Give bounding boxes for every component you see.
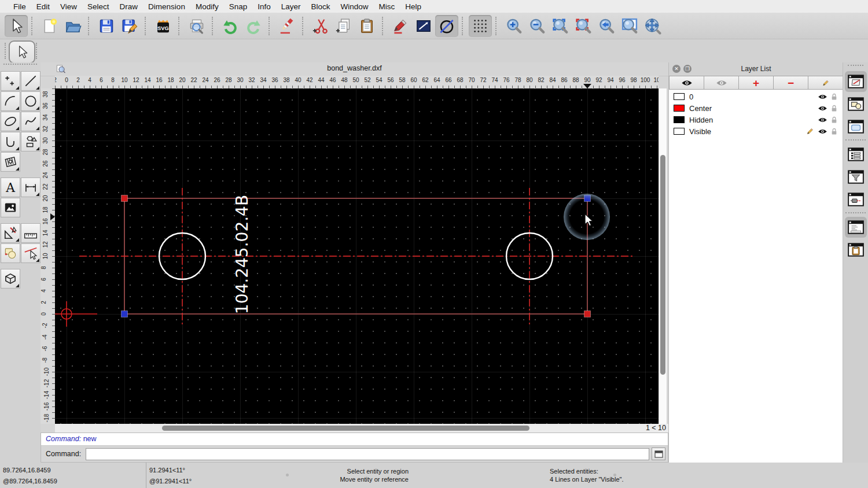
tool-ellipse-button[interactable] — [1, 112, 20, 131]
tool-spline-button[interactable] — [21, 112, 41, 131]
line-attributes-button[interactable] — [412, 15, 435, 37]
command-input[interactable] — [86, 448, 649, 460]
show-all-eye-button[interactable] — [669, 76, 704, 90]
horizontal-scrollbar-thumb[interactable] — [162, 426, 529, 431]
delete-button[interactable] — [275, 15, 299, 37]
open-file-button[interactable] — [61, 15, 84, 37]
selection-handle[interactable] — [122, 311, 128, 317]
pen-attributes-button[interactable] — [389, 15, 412, 37]
tool-cube-button[interactable] — [1, 269, 20, 289]
zoom-window-button[interactable] — [618, 15, 641, 37]
cut-button[interactable] — [309, 15, 332, 37]
dock-block-list-button[interactable] — [845, 94, 867, 114]
tool-order-button[interactable] — [1, 243, 20, 263]
menu-layer[interactable]: Layer — [276, 2, 306, 11]
layer-visibility-eye-icon[interactable] — [818, 105, 827, 112]
toolbar-drag-handle[interactable] — [5, 43, 7, 59]
zoom-previous-button[interactable] — [595, 15, 618, 37]
tool-hatch-button[interactable] — [1, 152, 20, 172]
layer-row-visible[interactable]: Visible — [669, 125, 843, 137]
menu-help[interactable]: Help — [400, 2, 426, 11]
h-ruler-label: 54 — [376, 77, 382, 83]
copy-button[interactable] — [332, 15, 355, 37]
layer-lock-icon[interactable] — [831, 105, 837, 112]
layer-row-hidden[interactable]: Hidden — [669, 114, 843, 125]
dock-command-line-button[interactable] — [845, 217, 867, 238]
undo-button[interactable] — [219, 15, 242, 37]
add-layer-button[interactable]: + — [739, 76, 774, 90]
horizontal-scrollbar[interactable] — [55, 424, 639, 432]
tool-select-entity-button[interactable] — [21, 243, 41, 263]
dock-entity-list-button[interactable] — [845, 144, 867, 165]
tool-line-button[interactable] — [21, 71, 41, 91]
remove-layer-button[interactable]: − — [774, 76, 808, 90]
vertical-scrollbar[interactable] — [659, 88, 667, 424]
select-arrow-button[interactable] — [5, 15, 28, 37]
vertical-scrollbar-thumb[interactable] — [660, 155, 665, 375]
dock-selection-filter-button[interactable] — [845, 167, 867, 187]
menu-view[interactable]: View — [55, 2, 82, 11]
redo-button[interactable] — [242, 15, 265, 37]
menu-edit[interactable]: Edit — [31, 2, 55, 11]
drawing-canvas[interactable]: 104.245.02.4B — [55, 88, 659, 424]
tool-image-button[interactable] — [1, 198, 20, 217]
menu-dimension[interactable]: Dimension — [143, 2, 190, 11]
selection-handle[interactable] — [584, 311, 591, 317]
edit-layer-button[interactable] — [808, 76, 843, 90]
zoom-in-button[interactable] — [502, 15, 525, 37]
zoom-out-button[interactable] — [525, 15, 549, 37]
tool-dimension-button[interactable] — [21, 178, 41, 197]
pen-palette-icon — [847, 192, 865, 207]
grid-toggle-button[interactable] — [469, 15, 492, 37]
dock-clipboard-dock-button[interactable] — [845, 239, 867, 260]
tool-polyline-button[interactable] — [1, 132, 20, 151]
layer-visibility-eye-icon[interactable] — [818, 128, 827, 135]
tool-arc-button[interactable] — [1, 91, 20, 111]
select-tool-button[interactable] — [9, 40, 35, 64]
toolbar-drag-handle[interactable] — [36, 43, 38, 59]
save-as-button[interactable] — [118, 15, 141, 37]
print-preview-button[interactable] — [185, 15, 208, 37]
dock-drag-handle[interactable] — [848, 65, 863, 69]
dock-library-browser-button[interactable] — [845, 116, 867, 137]
menu-file[interactable]: File — [8, 2, 31, 11]
layer-lock-icon[interactable] — [831, 128, 837, 135]
h-ruler-label: 48 — [341, 77, 347, 83]
command-options-button[interactable] — [652, 448, 665, 460]
menu-draw[interactable]: Draw — [115, 2, 144, 11]
menu-misc[interactable]: Misc — [374, 2, 400, 11]
selection-handle[interactable] — [122, 195, 128, 202]
layer-lock-icon[interactable] — [831, 116, 837, 124]
layer-visibility-eye-icon[interactable] — [818, 117, 827, 123]
layer-visibility-eye-icon[interactable] — [818, 94, 827, 100]
menu-snap[interactable]: Snap — [224, 2, 253, 11]
tool-circle-button[interactable] — [21, 91, 41, 111]
tool-points-button[interactable] — [1, 71, 20, 91]
menu-info[interactable]: Info — [252, 2, 276, 11]
zoom-select-button[interactable] — [572, 15, 595, 37]
layer-row-center[interactable]: Center — [669, 102, 843, 114]
new-file-button[interactable] — [38, 15, 61, 37]
menu-modify[interactable]: Modify — [190, 2, 224, 11]
zoom-auto-button[interactable] — [549, 15, 572, 37]
layer-lock-icon[interactable] — [831, 93, 837, 101]
hide-all-eye-button[interactable] — [704, 76, 739, 90]
menu-window[interactable]: Window — [336, 2, 374, 11]
dock-layer-list-button[interactable] — [845, 71, 867, 92]
save-button[interactable] — [95, 15, 118, 37]
svg-export-button[interactable]: SVG — [152, 15, 175, 37]
layer-row-0[interactable]: 0 — [669, 91, 843, 102]
part-number-label[interactable]: 104.245.02.4B — [233, 195, 252, 314]
tool-modify-button[interactable] — [1, 223, 20, 243]
palette-drag-handle[interactable] — [3, 64, 37, 69]
circle-attributes-button[interactable] — [435, 15, 458, 37]
zoom-pan-button[interactable] — [641, 15, 664, 37]
zoom-auto-icon — [551, 17, 569, 35]
paste-button[interactable] — [355, 15, 378, 37]
tool-measure-button[interactable] — [21, 223, 41, 243]
dock-pen-palette-button[interactable] — [845, 189, 867, 210]
menu-block[interactable]: Block — [306, 2, 336, 11]
tool-shapes-button[interactable] — [21, 132, 41, 151]
tool-text-button[interactable]: A — [1, 178, 20, 197]
menu-select[interactable]: Select — [82, 2, 115, 11]
